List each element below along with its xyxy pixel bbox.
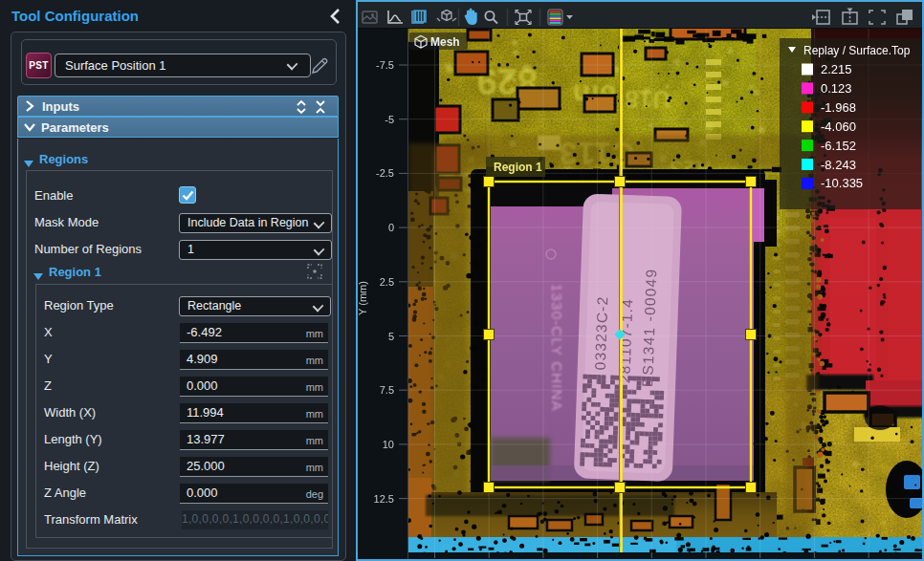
svg-text:Mesh: Mesh — [430, 35, 460, 49]
svg-text:-10.335: -10.335 — [821, 176, 863, 190]
svg-text:-1.968: -1.968 — [821, 100, 856, 115]
svg-text:2.215: 2.215 — [821, 62, 852, 76]
svg-text:12.5: 12.5 — [374, 493, 394, 505]
svg-text:0.123: 0.123 — [821, 81, 852, 96]
svg-text:-8.243: -8.243 — [821, 158, 856, 172]
svg-text:Replay / Surface.Top: Replay / Surface.Top — [803, 44, 911, 57]
svg-text:-5: -5 — [385, 114, 394, 125]
svg-text:-6.152: -6.152 — [821, 139, 856, 153]
svg-text:Region 1: Region 1 — [494, 161, 542, 174]
svg-text:0: 0 — [388, 222, 394, 233]
svg-text:5: 5 — [388, 331, 394, 342]
svg-text:7.5: 7.5 — [380, 384, 394, 396]
svg-text:10: 10 — [383, 439, 394, 450]
svg-text:-2.5: -2.5 — [376, 167, 394, 179]
svg-text:Y (mm): Y (mm) — [358, 281, 368, 315]
svg-text:-4.060: -4.060 — [821, 119, 856, 134]
svg-text:-7.5: -7.5 — [376, 59, 394, 71]
svg-text:2.5: 2.5 — [380, 276, 394, 288]
